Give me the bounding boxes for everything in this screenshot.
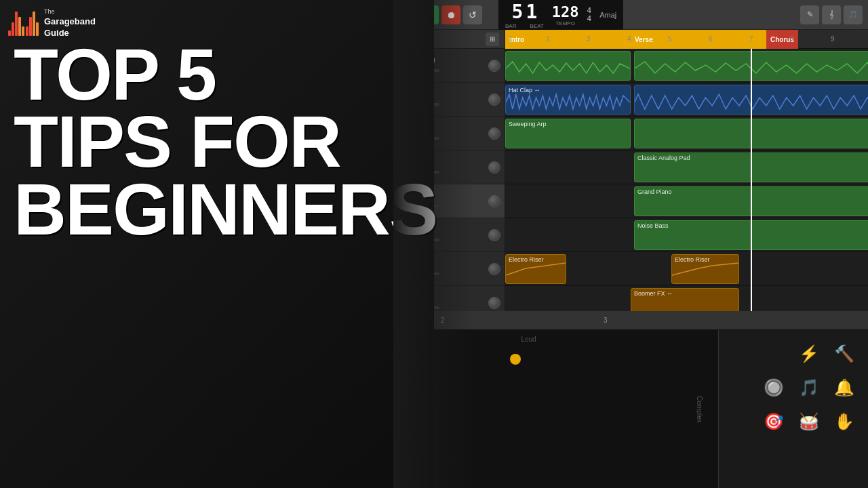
time-signature: 4 4 xyxy=(587,7,592,22)
ruler-mark-4: 4 xyxy=(627,35,631,43)
snare-icon[interactable]: 🥁 xyxy=(795,408,823,435)
clip-label-grand-piano: Grand Piano xyxy=(637,188,672,195)
volume-knob-8[interactable] xyxy=(488,297,500,309)
clip-label-sweeping-arp: Sweeping Arp xyxy=(509,121,547,127)
volume-knob-5[interactable] xyxy=(488,195,500,207)
score-button[interactable]: 𝄞 xyxy=(822,5,841,24)
volume-knob-7[interactable] xyxy=(488,263,500,275)
verse-marker: Verse xyxy=(631,30,766,49)
wrench-icon[interactable]: 🔨 xyxy=(831,340,858,367)
cymbal-icon[interactable]: 🔘 xyxy=(760,374,787,401)
left-overlay-panel: The Garageband Guide TOP 5TIPS FORBEGINN… xyxy=(0,0,434,488)
ruler-mark-8: 8 xyxy=(790,35,794,43)
clip-sweeping-arp-1[interactable]: Sweeping Arp xyxy=(505,119,631,148)
ruler-mark-5: 5 xyxy=(668,35,672,43)
right-toolbar: ✎ 𝄞 🎵 xyxy=(800,5,863,24)
timeline-track-noise-bass: Noise Bass xyxy=(505,218,868,252)
ruler-mark-2: 2 xyxy=(546,35,550,43)
ruler-mark-1: 1 xyxy=(509,35,513,43)
timeline: Intro Verse Chorus 1 2 3 4 5 6 7 8 9 xyxy=(505,30,868,311)
ruler-mark-6: 6 xyxy=(709,35,713,43)
intro-marker: Intro xyxy=(505,30,631,49)
timeline-ruler: Intro Verse Chorus 1 2 3 4 5 6 7 8 9 xyxy=(505,30,868,49)
drum-panel: ⚡ 🔨 🔘 🎵 🔔 🎯 🥁 ✋ xyxy=(719,330,868,488)
volume-knob-3[interactable] xyxy=(488,127,500,140)
drum-icon-row-mid: 🔘 🎵 🔔 xyxy=(760,374,858,401)
bpm-value: 128 xyxy=(552,3,579,20)
bottom-ruler-3: 3 xyxy=(604,317,608,324)
position-numbers: 5 1 xyxy=(512,1,538,23)
clip-label-noise-bass: Noise Bass xyxy=(637,222,669,229)
timeline-track-big-room xyxy=(505,49,868,83)
beat-number: 1 xyxy=(526,1,537,23)
volume-knob-1[interactable] xyxy=(488,60,500,72)
main-overlay-text: TOP 5TIPS FORBEGINNERS xyxy=(14,41,420,243)
bpm-label: TEMPO xyxy=(555,20,574,26)
lightning-icon[interactable]: ⚡ xyxy=(795,340,823,367)
drum-icon-row-top: ⚡ 🔨 xyxy=(760,340,858,367)
clip-big-room-1[interactable] xyxy=(505,51,631,81)
cowbell-icon[interactable]: 🔔 xyxy=(831,374,858,401)
key-display: Amaj xyxy=(599,11,616,19)
shaker-icon[interactable]: 🎵 xyxy=(795,374,823,401)
tuner-button[interactable]: 🎵 xyxy=(844,5,863,24)
clip-electro-riser-1[interactable]: Electro Riser xyxy=(505,254,566,284)
sound-dot[interactable] xyxy=(510,354,521,365)
logo-bar-group-1 xyxy=(8,12,24,36)
bpm-display: 128 TEMPO xyxy=(552,3,579,26)
position-display: 5 1 BAR BEAT 128 TEMPO 4 4 Amaj xyxy=(498,0,623,32)
ruler-mark-9: 9 xyxy=(831,35,835,43)
bar-label: BAR xyxy=(505,23,516,29)
ruler-mark-7: 7 xyxy=(749,35,753,43)
bar-3 xyxy=(15,12,18,36)
logo-bar-group-2 xyxy=(26,12,39,36)
timeline-track-hat-clap: Hat Clap ↔ xyxy=(505,83,868,117)
bar-8 xyxy=(33,12,35,36)
bass-drum-icon[interactable]: 🎯 xyxy=(760,408,787,435)
clip-label-boomer-fx: Boomer FX ↔ xyxy=(634,290,673,297)
beat-label: BEAT xyxy=(530,23,543,29)
drum-icon-area: ⚡ 🔨 🔘 🎵 🔔 🎯 🥁 ✋ xyxy=(760,340,858,435)
ruler-mark-3: 3 xyxy=(587,35,591,43)
drum-icon-row-bottom: 🎯 🥁 ✋ xyxy=(760,408,858,435)
volume-knob-2[interactable] xyxy=(488,94,500,106)
complex-label: Complex xyxy=(696,396,703,422)
logo-line2: Garageband xyxy=(44,16,96,28)
time-sig-bottom: 4 xyxy=(587,15,592,22)
clip-boomer-fx-1[interactable]: Boomer FX ↔ xyxy=(631,288,739,311)
timeline-track-electro-riser: Electro Riser Electro Riser xyxy=(505,252,868,286)
position-group: 5 1 BAR BEAT xyxy=(505,1,544,29)
brush-button[interactable]: ✎ xyxy=(800,5,819,24)
hand-icon[interactable]: ✋ xyxy=(831,408,858,435)
clip-label-analog-pad: Classic Analog Pad xyxy=(637,155,690,161)
timeline-track-sweeping-arp: Sweeping Arp xyxy=(505,117,868,150)
loud-label: Loud xyxy=(521,336,536,343)
playhead-cursor xyxy=(751,49,752,311)
volume-knob-6[interactable] xyxy=(488,229,500,241)
clip-electro-riser-2[interactable]: Electro Riser xyxy=(671,254,739,284)
bar-number: 5 xyxy=(512,1,524,23)
filter-button[interactable]: ⊞ xyxy=(486,33,499,46)
time-sig-top: 4 xyxy=(587,7,592,14)
timeline-track-analog-pad: Classic Analog Pad xyxy=(505,150,868,184)
volume-knob-4[interactable] xyxy=(488,161,500,174)
timeline-track-boomer-fx: Boomer FX ↔ xyxy=(505,286,868,311)
bar-1 xyxy=(8,30,11,36)
timeline-track-grand-piano: Grand Piano xyxy=(505,184,868,218)
logo-line1: The xyxy=(44,8,96,16)
clip-hat-clap-1[interactable]: Hat Clap ↔ xyxy=(505,85,631,115)
logo-bars xyxy=(8,12,39,36)
